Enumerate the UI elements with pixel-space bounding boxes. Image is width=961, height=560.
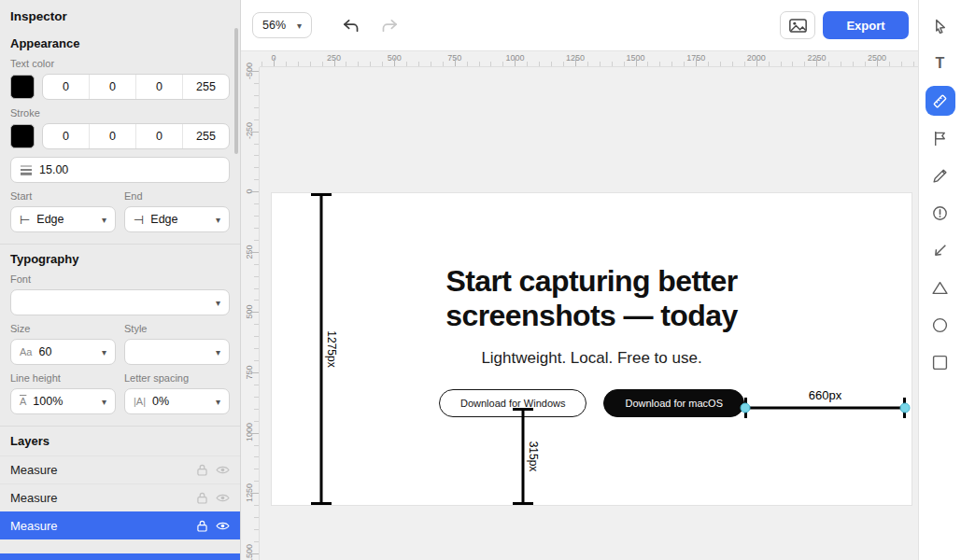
stroke-a-field[interactable]: 255 bbox=[182, 124, 229, 148]
download-macos-button[interactable]: Download for macOS bbox=[603, 389, 744, 417]
font-label: Font bbox=[10, 273, 230, 285]
tool-arrow[interactable] bbox=[922, 231, 959, 269]
letter-spacing-label: Letter spacing bbox=[124, 372, 230, 384]
font-size-value: 60 bbox=[38, 345, 51, 358]
end-edge-icon: ⊣ bbox=[134, 213, 144, 227]
redo-button[interactable] bbox=[379, 16, 400, 35]
ruler-tick-label: 500 bbox=[388, 53, 402, 63]
inspector-panel: Inspector Appearance Text color 0 0 0 25… bbox=[0, 0, 241, 560]
sidebar-scrollbar[interactable] bbox=[234, 28, 238, 154]
stroke-r-field[interactable]: 0 bbox=[43, 124, 89, 148]
stroke-g-field[interactable]: 0 bbox=[89, 124, 135, 148]
tool-select[interactable] bbox=[922, 7, 959, 45]
measure-value-label: 1275px bbox=[325, 328, 338, 370]
zoom-select[interactable]: 56% ▾ bbox=[252, 12, 312, 38]
ruler-tick-label: 750 bbox=[245, 365, 254, 379]
start-cap-select[interactable]: ⊢ Edge ▾ bbox=[10, 206, 116, 232]
measure-annotation-660-selected[interactable]: 660px bbox=[744, 398, 906, 418]
text-color-r-field[interactable]: 0 bbox=[43, 75, 89, 99]
redo-icon bbox=[381, 19, 399, 33]
end-label: End bbox=[124, 190, 230, 202]
letter-spacing-value: 0% bbox=[152, 395, 169, 408]
layers-list: Measure Measure bbox=[0, 455, 240, 539]
measure-line bbox=[320, 193, 323, 505]
lock-icon[interactable] bbox=[197, 520, 207, 532]
selection-handle[interactable] bbox=[741, 403, 751, 413]
stroke-color-values: 0 0 0 255 bbox=[42, 123, 230, 149]
text-color-label: Text color bbox=[10, 58, 230, 69]
font-style-select[interactable]: ▾ bbox=[124, 339, 230, 365]
app-window: Inspector Appearance Text color 0 0 0 25… bbox=[0, 0, 961, 560]
section-divider bbox=[0, 426, 240, 427]
stroke-label: Stroke bbox=[10, 107, 230, 119]
layer-label: Measure bbox=[10, 519, 58, 533]
ruler-tick-label: -250 bbox=[245, 122, 254, 139]
eye-icon[interactable] bbox=[216, 493, 230, 503]
tool-pencil[interactable] bbox=[922, 157, 959, 194]
tool-measure[interactable] bbox=[926, 86, 955, 116]
stroke-b-field[interactable]: 0 bbox=[135, 124, 182, 148]
square-icon bbox=[932, 355, 948, 371]
font-size-icon: Aa bbox=[20, 346, 32, 357]
lock-icon[interactable] bbox=[197, 492, 207, 504]
ruler-tick-label: 2500 bbox=[868, 53, 886, 63]
measure-annotation-1275[interactable]: 1275px bbox=[311, 193, 332, 505]
circle-icon bbox=[932, 317, 948, 333]
style-label: Style bbox=[124, 323, 230, 334]
caret-down-icon: ▾ bbox=[216, 347, 220, 357]
font-select[interactable]: ▾ bbox=[10, 289, 230, 315]
selection-handle[interactable] bbox=[900, 403, 911, 413]
measure-line bbox=[744, 407, 906, 410]
start-edge-icon: ⊢ bbox=[20, 213, 30, 227]
end-cap-select[interactable]: ⊣ Edge ▾ bbox=[124, 206, 230, 232]
ruler-tick-label: 1000 bbox=[505, 53, 524, 63]
ruler-tick-label: 1750 bbox=[686, 53, 705, 63]
ruler-tick-label: 250 bbox=[327, 53, 341, 63]
picture-icon bbox=[789, 19, 807, 33]
artboard[interactable]: Start capturing better screenshots — tod… bbox=[272, 193, 912, 505]
text-color-g-field[interactable]: 0 bbox=[89, 75, 135, 99]
ruler-tick-label: 0 bbox=[271, 53, 276, 63]
caret-down-icon: ▾ bbox=[297, 21, 302, 31]
letter-spacing-select[interactable]: |A| 0% ▾ bbox=[124, 388, 230, 414]
arrow-icon bbox=[932, 243, 948, 259]
text-color-swatch[interactable] bbox=[10, 75, 35, 99]
layer-row-measure-2[interactable]: Measure bbox=[0, 483, 240, 511]
ruler-tick-label: 2000 bbox=[747, 53, 766, 63]
tool-rectangle[interactable] bbox=[922, 343, 959, 381]
canvas-area[interactable]: 0 250 500 750 1000 1250 1500 1750 2000 2… bbox=[241, 51, 918, 560]
layer-row-partial[interactable] bbox=[0, 553, 240, 560]
tool-rail: T bbox=[918, 0, 961, 560]
tool-callout[interactable] bbox=[922, 119, 959, 157]
measure-endcap bbox=[513, 502, 533, 505]
measure-line bbox=[522, 408, 525, 505]
stroke-color-swatch[interactable] bbox=[10, 124, 35, 148]
copy-image-button[interactable] bbox=[780, 11, 815, 39]
stroke-width-field[interactable]: 15.00 bbox=[10, 157, 230, 183]
eye-icon[interactable] bbox=[216, 465, 230, 475]
line-height-select[interactable]: A 100% ▾ bbox=[10, 388, 116, 414]
caret-down-icon: ▾ bbox=[216, 298, 220, 308]
eye-icon[interactable] bbox=[216, 521, 230, 531]
tool-ellipse[interactable] bbox=[922, 306, 959, 343]
tool-counter[interactable] bbox=[922, 194, 959, 231]
layer-row-measure-1[interactable]: Measure bbox=[0, 455, 240, 483]
artboard-subheading: Lightweight. Local. Free to use. bbox=[272, 349, 912, 368]
undo-button[interactable] bbox=[340, 16, 360, 35]
text-color-b-field[interactable]: 0 bbox=[135, 75, 182, 99]
measure-annotation-315[interactable]: 315px bbox=[513, 408, 533, 505]
start-cap-value: Edge bbox=[36, 213, 64, 226]
info-icon bbox=[932, 205, 948, 221]
export-button[interactable]: Export bbox=[823, 11, 909, 39]
lock-icon[interactable] bbox=[197, 464, 207, 476]
artboard-heading: Start capturing better screenshots — tod… bbox=[391, 264, 793, 333]
undo-icon bbox=[342, 19, 360, 33]
tool-triangle[interactable] bbox=[922, 269, 959, 306]
layer-row-measure-3[interactable]: Measure bbox=[0, 511, 240, 539]
appearance-heading: Appearance bbox=[10, 36, 230, 50]
measure-endcap bbox=[311, 502, 332, 505]
text-color-a-field[interactable]: 255 bbox=[182, 75, 229, 99]
font-size-select[interactable]: Aa 60 ▾ bbox=[10, 339, 116, 365]
tool-text[interactable]: T bbox=[922, 45, 959, 82]
panel-title: Inspector bbox=[10, 7, 230, 33]
